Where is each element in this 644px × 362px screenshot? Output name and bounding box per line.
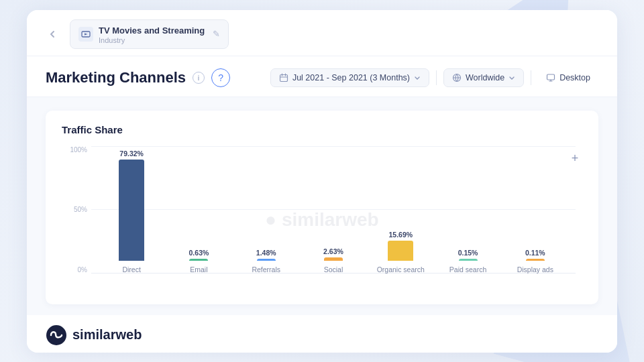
logo: similarweb [46, 324, 142, 346]
bars-area: 79.32%Direct0.63%Email1.48%Referrals2.63… [91, 146, 576, 274]
info-icon[interactable]: i [193, 72, 205, 84]
content-area: Traffic Share + 100% 50% 0% ● similarweb [27, 97, 617, 315]
bar-rect[interactable] [324, 257, 343, 261]
chart-card: Traffic Share + 100% 50% 0% ● similarweb [46, 111, 598, 304]
bar-rect[interactable] [459, 259, 478, 261]
bar-group-email: 0.63%Email [165, 249, 232, 274]
page-title: Marketing Channels [46, 69, 186, 86]
bar-label: Email [190, 265, 207, 274]
bar-label: Referrals [252, 265, 280, 274]
filter-divider-2 [531, 70, 531, 85]
title-group: Marketing Channels i ? [46, 68, 270, 87]
bar-group-organic-search: 15.69%Organic search [367, 231, 434, 274]
industry-name: TV Movies and Streaming [99, 25, 205, 36]
bar-pct: 0.15% [458, 249, 478, 257]
region-filter-button[interactable]: Worldwide [443, 68, 524, 87]
bar-pct: 1.48% [256, 249, 276, 257]
date-filter-label: Jul 2021 - Sep 2021 (3 Months) [292, 73, 410, 82]
bar-rect[interactable] [189, 259, 208, 261]
industry-info: TV Movies and Streaming Industry [99, 24, 205, 44]
bar-pct: 0.63% [189, 249, 209, 257]
svg-rect-1 [280, 74, 287, 81]
bar-group-display-ads: 0.11%Display ads [502, 249, 569, 274]
bar-rect[interactable] [526, 259, 545, 261]
filter-divider [436, 70, 437, 85]
bar-label: Social [324, 265, 343, 274]
bar-rect[interactable] [388, 241, 413, 261]
bar-group-direct: 79.32%Direct [98, 149, 165, 274]
filter-group: Jul 2021 - Sep 2021 (3 Months) Worldwide… [270, 68, 598, 87]
logo-text: similarweb [72, 327, 142, 343]
industry-sub: Industry [99, 36, 205, 44]
bar-pct: 15.69% [388, 231, 413, 239]
back-button[interactable] [43, 27, 62, 41]
bar-label: Display ads [517, 265, 553, 274]
help-icon[interactable]: ? [211, 68, 230, 87]
industry-icon [78, 27, 93, 42]
industry-tag: TV Movies and Streaming Industry ✎ [70, 19, 229, 49]
edit-icon[interactable]: ✎ [213, 29, 220, 39]
bar-rect[interactable] [257, 259, 276, 261]
top-bar: TV Movies and Streaming Industry ✎ [27, 10, 617, 56]
svg-rect-3 [547, 74, 555, 80]
chart-title: Traffic Share [62, 124, 582, 135]
date-filter-button[interactable]: Jul 2021 - Sep 2021 (3 Months) [270, 68, 429, 87]
bar-group-social: 2.63%Social [300, 247, 367, 274]
chart-container: + 100% 50% 0% ● similarweb 79.32%Direct0… [62, 146, 582, 294]
footer: similarweb [27, 315, 617, 353]
y-label-0: 0% [62, 266, 87, 274]
y-label-100: 100% [62, 146, 87, 154]
bar-pct: 79.32% [119, 149, 144, 158]
bar-group-referrals: 1.48%Referrals [233, 249, 300, 274]
bar-group-paid-search: 0.15%Paid search [434, 249, 501, 274]
main-card: TV Movies and Streaming Industry ✎ Marke… [27, 10, 617, 353]
bar-label: Paid search [449, 265, 486, 274]
device-label: Desktop [559, 73, 590, 82]
y-label-50: 50% [62, 206, 87, 213]
bar-pct: 2.63% [323, 247, 343, 255]
bar-label: Organic search [377, 265, 425, 274]
logo-icon [46, 324, 67, 346]
region-filter-label: Worldwide [466, 73, 504, 82]
bar-rect[interactable] [119, 160, 144, 261]
y-axis: 100% 50% 0% [62, 146, 87, 274]
page-header: Marketing Channels i ? Jul 2021 - Sep 20… [27, 56, 617, 97]
device-filter: Desktop [538, 69, 598, 86]
bar-label: Direct [122, 265, 140, 274]
bar-pct: 0.11% [525, 249, 545, 257]
